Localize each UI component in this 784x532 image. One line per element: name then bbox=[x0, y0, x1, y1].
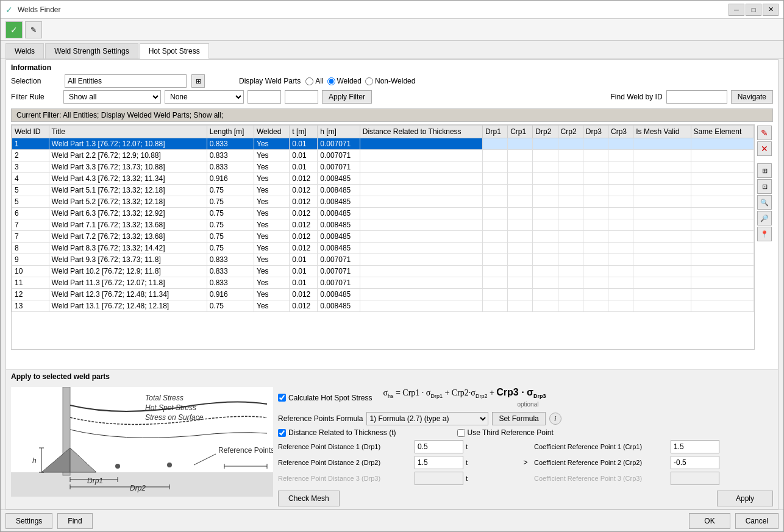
table-row[interactable]: 7Weld Part 7.1 [76.72; 13.32; 13.68]0.75… bbox=[12, 219, 754, 231]
table-row[interactable]: 5Weld Part 5.1 [76.72; 13.32; 12.18]0.75… bbox=[12, 185, 754, 196]
tab-weld-strength[interactable]: Weld Strength Settings bbox=[45, 43, 138, 59]
table-cell bbox=[482, 150, 507, 161]
radio-welded[interactable] bbox=[327, 77, 335, 85]
table-cell bbox=[360, 266, 482, 277]
find-weld-input[interactable] bbox=[666, 90, 727, 104]
table-row[interactable]: 8Weld Part 8.3 [76.72; 13.32; 14.42]0.75… bbox=[12, 243, 754, 254]
check-mesh-button[interactable]: Check Mesh bbox=[278, 491, 340, 506]
filter-rule-select2[interactable]: None bbox=[165, 90, 244, 104]
table-row[interactable]: 3Weld Part 3.3 [76.72; 13.73; 10.88]0.83… bbox=[12, 161, 754, 173]
table-row[interactable]: 7Weld Part 7.2 [76.72; 13.32; 13.68]0.75… bbox=[12, 231, 754, 243]
dist-thickness-checkbox[interactable] bbox=[278, 429, 286, 437]
third-ref-checkbox-label[interactable]: Use Third Reference Point bbox=[457, 428, 554, 437]
selection-input[interactable] bbox=[65, 74, 187, 88]
table-cell: Yes bbox=[254, 266, 290, 277]
table-cell: 0.008485 bbox=[318, 196, 360, 208]
table-cell bbox=[533, 161, 558, 173]
drp3-input[interactable] bbox=[415, 472, 463, 485]
radio-all-label[interactable]: All bbox=[305, 77, 323, 85]
drp1-label: Reference Point Distance 1 (Drp1) bbox=[278, 443, 412, 450]
table-row[interactable]: 9Weld Part 9.3 [76.72; 13.73; 11.8]0.833… bbox=[12, 254, 754, 266]
ok-button[interactable]: OK bbox=[689, 513, 730, 529]
table-cell bbox=[533, 266, 558, 277]
formula-select[interactable]: 1) Formula (2.7) (type a) bbox=[366, 412, 488, 425]
settings-button[interactable]: Settings bbox=[5, 513, 52, 529]
toolbar: ✓ ✎ bbox=[1, 19, 783, 41]
radio-non-welded-label[interactable]: Non-Welded bbox=[365, 77, 415, 85]
table-cell bbox=[691, 300, 754, 312]
table-cell: Yes bbox=[254, 208, 290, 219]
filter-value-input[interactable] bbox=[248, 90, 281, 104]
sidebar-grid2-icon-btn[interactable]: ⊡ bbox=[757, 179, 772, 194]
weld-table[interactable]: Weld ID Title Length [m] Welded t [m] h … bbox=[11, 124, 755, 350]
third-ref-checkbox[interactable] bbox=[457, 429, 465, 437]
table-cell: 0.75 bbox=[207, 243, 254, 254]
crp2-input[interactable] bbox=[671, 456, 719, 469]
cancel-button[interactable]: Cancel bbox=[735, 513, 779, 529]
calc-checkbox-label[interactable]: Calculate Hot Spot Stress bbox=[278, 394, 372, 402]
toolbar-edit-button[interactable]: ✎ bbox=[25, 21, 42, 38]
table-cell: 0.008485 bbox=[318, 300, 360, 312]
footer-right-buttons: OK Cancel bbox=[689, 513, 779, 529]
table-cell bbox=[482, 185, 507, 196]
table-cell: 0.012 bbox=[290, 243, 318, 254]
apply-filter-button[interactable]: Apply Filter bbox=[322, 90, 372, 104]
table-row[interactable]: 12Weld Part 12.3 [76.72; 12.48; 11.34]0.… bbox=[12, 289, 754, 300]
table-cell bbox=[691, 173, 754, 185]
table-cell bbox=[558, 173, 583, 185]
table-row[interactable]: 11Weld Part 11.3 [76.72; 12.07; 11.8]0.8… bbox=[12, 277, 754, 289]
table-cell: 8 bbox=[12, 243, 49, 254]
table-row[interactable]: 4Weld Part 4.3 [76.72; 13.32; 11.34]0.91… bbox=[12, 173, 754, 185]
crp1-input[interactable] bbox=[671, 440, 719, 453]
sidebar-grid-icon-btn[interactable]: ⊞ bbox=[757, 163, 772, 178]
set-formula-button[interactable]: Set Formula bbox=[492, 412, 545, 425]
radio-all[interactable] bbox=[305, 77, 313, 85]
close-button[interactable]: ✕ bbox=[763, 4, 779, 16]
table-cell: Yes bbox=[254, 219, 290, 231]
svg-text:Reference Points: Reference Points bbox=[218, 446, 273, 455]
table-row[interactable]: 2Weld Part 2.2 [76.72; 12.9; 10.88]0.833… bbox=[12, 150, 754, 161]
table-cell bbox=[583, 266, 608, 277]
table-row[interactable]: 6Weld Part 6.3 [76.72; 13.32; 12.92]0.75… bbox=[12, 208, 754, 219]
sidebar-pin-btn[interactable]: 📍 bbox=[757, 227, 772, 241]
table-cell: 0.833 bbox=[207, 277, 254, 289]
table-cell bbox=[508, 161, 533, 173]
tab-hot-spot[interactable]: Hot Spot Stress bbox=[140, 43, 209, 59]
radio-welded-label[interactable]: Welded bbox=[327, 77, 362, 85]
radio-non-welded[interactable] bbox=[365, 77, 373, 85]
table-row[interactable]: 10Weld Part 10.2 [76.72; 12.9; 11.8]0.83… bbox=[12, 266, 754, 277]
table-row[interactable]: 13Weld Part 13.1 [76.72; 12.48; 12.18]0.… bbox=[12, 300, 754, 312]
svg-text:Hot Spot Stress: Hot Spot Stress bbox=[145, 403, 196, 412]
info-button[interactable]: i bbox=[549, 413, 561, 425]
navigate-button[interactable]: Navigate bbox=[731, 90, 773, 104]
table-cell bbox=[633, 243, 691, 254]
apply-button[interactable]: Apply bbox=[717, 491, 773, 506]
drp2-input[interactable] bbox=[415, 456, 463, 469]
table-cell: 13 bbox=[12, 300, 49, 312]
table-row[interactable]: 5Weld Part 5.2 [76.72; 13.32; 12.18]0.75… bbox=[12, 196, 754, 208]
col-title: Title bbox=[49, 126, 207, 138]
table-cell: 4 bbox=[12, 173, 49, 185]
toolbar-save-button[interactable]: ✓ bbox=[5, 21, 23, 38]
filter-value-input2[interactable] bbox=[285, 90, 318, 104]
col-drp2: Drp2 bbox=[533, 126, 558, 138]
sidebar-delete-icon-btn[interactable]: ✕ bbox=[757, 141, 772, 156]
minimize-button[interactable]: ─ bbox=[729, 4, 744, 16]
table-row[interactable]: 1Weld Part 1.3 [76.72; 12.07; 10.88]0.83… bbox=[12, 138, 754, 150]
crp3-input[interactable] bbox=[671, 472, 719, 485]
find-button[interactable]: Find bbox=[57, 513, 92, 529]
sidebar-zoom-in-btn[interactable]: 🔍 bbox=[757, 195, 772, 210]
calc-hot-spot-checkbox[interactable] bbox=[278, 394, 286, 402]
table-cell: Yes bbox=[254, 196, 290, 208]
sidebar-zoom-out-btn[interactable]: 🔎 bbox=[757, 211, 772, 225]
filter-rule-select[interactable]: Show all bbox=[63, 90, 161, 104]
tab-welds[interactable]: Welds bbox=[5, 43, 44, 59]
drp1-row: Reference Point Distance 1 (Drp1) t bbox=[278, 440, 517, 453]
dist-checkbox-label[interactable]: Distance Related to Thickness (t) bbox=[278, 428, 396, 437]
filter-rule-label: Filter Rule bbox=[11, 93, 60, 101]
table-body: 1Weld Part 1.3 [76.72; 12.07; 10.88]0.83… bbox=[12, 138, 754, 312]
sidebar-edit-icon-btn[interactable]: ✎ bbox=[757, 126, 772, 140]
drp1-input[interactable] bbox=[415, 440, 463, 453]
selection-pick-button[interactable]: ⊞ bbox=[191, 74, 205, 88]
maximize-button[interactable]: □ bbox=[746, 4, 761, 16]
